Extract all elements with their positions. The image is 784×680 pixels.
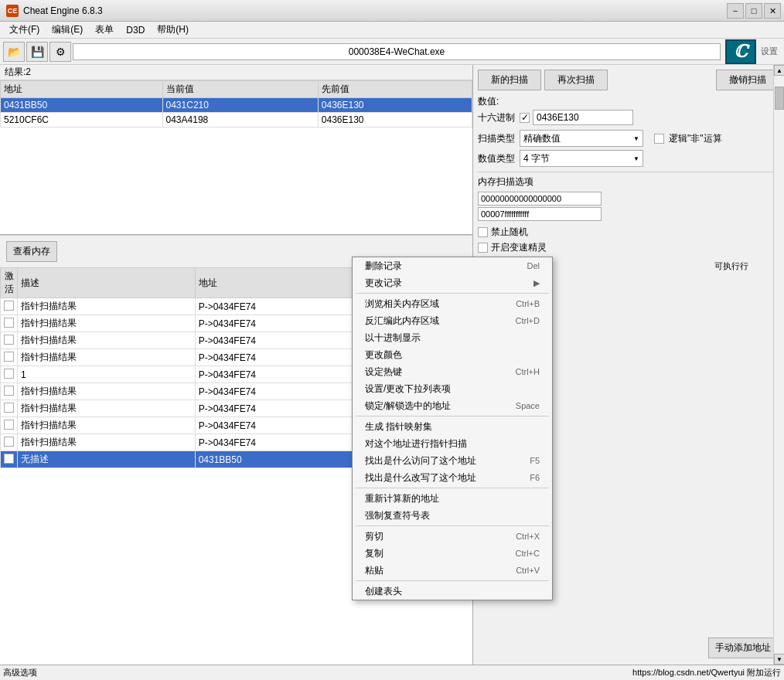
addr-active-2[interactable] bbox=[1, 332, 18, 349]
ctx-item-14[interactable]: 找出是什么改写了这个地址F6 bbox=[353, 469, 552, 486]
ctx-separator-18 bbox=[356, 525, 549, 526]
settings-label: 设置 bbox=[758, 46, 781, 57]
result-address-1: 5210CF6C bbox=[1, 113, 163, 128]
ctx-label-3: 浏览相关内存区域 bbox=[365, 298, 439, 311]
addr-desc-1: 指针扫描结果 bbox=[18, 315, 196, 332]
dropdown-arrow-icon: ▼ bbox=[633, 135, 639, 142]
addr-active-5[interactable] bbox=[1, 383, 18, 400]
result-row-0[interactable]: 0431BB50 0431C210 0436E130 bbox=[1, 98, 472, 113]
new-scan-button[interactable]: 新的扫描 bbox=[478, 70, 541, 90]
ctx-item-21[interactable]: 粘贴Ctrl+V bbox=[353, 562, 552, 579]
maximize-button[interactable]: □ bbox=[745, 3, 762, 19]
ctx-item-4[interactable]: 反汇编此内存区域Ctrl+D bbox=[353, 312, 552, 329]
ctx-item-9[interactable]: 锁定/解锁选中的地址Space bbox=[353, 397, 552, 414]
ctx-item-5[interactable]: 以十进制显示 bbox=[353, 329, 552, 346]
open-button[interactable]: 📂 bbox=[3, 42, 25, 62]
ctx-item-1[interactable]: 更改记录▶ bbox=[353, 274, 552, 291]
ce-logo[interactable]: ℂ bbox=[725, 39, 756, 64]
ctx-item-6[interactable]: 更改颜色 bbox=[353, 346, 552, 363]
option-speed-hack: 开启变速精灵 bbox=[478, 241, 779, 254]
addr-desc-2: 指针扫描结果 bbox=[18, 332, 196, 349]
search-results-area: 地址 当前值 先前值 0431BB50 0431C210 0436E130 52… bbox=[0, 80, 472, 235]
right-scrollbar[interactable]: ▲ ▼ bbox=[773, 65, 784, 665]
result-current-0: 0431C210 bbox=[162, 98, 318, 113]
addr-desc-5: 指针扫描结果 bbox=[18, 383, 196, 400]
ctx-label-9: 锁定/解锁选中的地址 bbox=[365, 400, 451, 413]
cancel-scan-button[interactable]: 撤销扫描 bbox=[716, 70, 779, 90]
result-row-1[interactable]: 5210CF6C 043A4198 0436E130 bbox=[1, 113, 472, 128]
ctx-item-8[interactable]: 设置/更改下拉列表项 bbox=[353, 380, 552, 397]
next-scan-button[interactable]: 再次扫描 bbox=[544, 70, 608, 90]
ctx-item-3[interactable]: 浏览相关内存区域Ctrl+B bbox=[353, 295, 552, 312]
close-button[interactable]: ✕ bbox=[764, 3, 781, 19]
ctx-item-19[interactable]: 剪切Ctrl+X bbox=[353, 528, 552, 545]
scroll-thumb[interactable] bbox=[775, 87, 784, 110]
addr-active-6[interactable] bbox=[1, 400, 18, 417]
menu-d3d[interactable]: D3D bbox=[120, 23, 151, 37]
addr-active-7[interactable] bbox=[1, 417, 18, 434]
addr-address-3: P->0434FE74 bbox=[195, 349, 377, 366]
scroll-up-arrow[interactable]: ▲ bbox=[774, 65, 784, 76]
ctx-label-12: 对这个地址进行指针扫描 bbox=[365, 437, 467, 450]
mem-start-input[interactable] bbox=[478, 192, 602, 206]
context-menu: 删除记录Del更改记录▶浏览相关内存区域Ctrl+B反汇编此内存区域Ctrl+D… bbox=[352, 257, 553, 600]
mem-range-section bbox=[478, 192, 779, 221]
title-bar: CE Cheat Engine 6.8.3 − □ ✕ bbox=[0, 0, 784, 22]
ctx-label-11: 生成 指针映射集 bbox=[365, 420, 432, 434]
menu-edit[interactable]: 编辑(E) bbox=[46, 22, 89, 38]
addr-active-4[interactable] bbox=[1, 366, 18, 383]
menu-help[interactable]: 帮助(H) bbox=[151, 22, 195, 38]
ctx-shortcut-3: Ctrl+B bbox=[516, 299, 540, 308]
scroll-down-arrow[interactable]: ▼ bbox=[774, 654, 784, 665]
data-type-dropdown[interactable]: 4 字节 ▼ bbox=[520, 150, 643, 167]
menu-file[interactable]: 文件(F) bbox=[3, 22, 46, 38]
menu-table[interactable]: 表单 bbox=[89, 22, 120, 38]
ctx-item-7[interactable]: 设定热键Ctrl+H bbox=[353, 363, 552, 380]
addr-active-1[interactable] bbox=[1, 315, 18, 332]
add-address-button[interactable]: 手动添加地址 bbox=[708, 638, 778, 658]
status-left[interactable]: 高级选项 bbox=[3, 667, 37, 678]
addr-desc-4: 1 bbox=[18, 366, 196, 383]
ctx-item-23[interactable]: 创建表头 bbox=[353, 583, 552, 600]
mem-end-input[interactable] bbox=[478, 207, 602, 221]
process-address-bar[interactable] bbox=[73, 43, 721, 60]
ctx-item-17[interactable]: 强制复查符号表 bbox=[353, 507, 552, 524]
ctx-item-12[interactable]: 对这个地址进行指针扫描 bbox=[353, 435, 552, 452]
ctx-label-14: 找出是什么改写了这个地址 bbox=[365, 471, 476, 484]
addr-active-0[interactable] bbox=[1, 298, 18, 315]
ctx-item-0[interactable]: 删除记录Del bbox=[353, 257, 552, 274]
main-window: CE Cheat Engine 6.8.3 − □ ✕ 文件(F) 编辑(E) … bbox=[0, 0, 784, 680]
data-type-value: 4 字节 bbox=[523, 152, 633, 165]
result-previous-1: 0436E130 bbox=[318, 113, 472, 128]
app-icon: CE bbox=[6, 5, 19, 17]
col-current: 当前值 bbox=[162, 81, 318, 98]
hex-value-input[interactable] bbox=[533, 110, 633, 125]
ctx-label-23: 创建表头 bbox=[365, 585, 402, 598]
addr-desc-6: 指针扫描结果 bbox=[18, 400, 196, 417]
addr-active-3[interactable] bbox=[1, 349, 18, 366]
speed-hack-label: 开启变速精灵 bbox=[491, 241, 547, 254]
content-area: 结果:2 地址 当前值 先前值 0431BB50 04 bbox=[0, 65, 784, 680]
executable-label: 可执行行 bbox=[714, 261, 748, 270]
col-desc: 描述 bbox=[18, 268, 196, 298]
ctx-shortcut-13: F5 bbox=[530, 456, 540, 465]
ctx-label-6: 更改颜色 bbox=[365, 348, 402, 362]
addr-address-1: P->0434FE74 bbox=[195, 315, 377, 332]
ctx-item-16[interactable]: 重新计算新的地址 bbox=[353, 490, 552, 507]
view-memory-button[interactable]: 查看内存 bbox=[6, 241, 57, 262]
minimize-button[interactable]: − bbox=[727, 3, 744, 19]
scan-type-dropdown[interactable]: 精确数值 ▼ bbox=[520, 130, 643, 147]
result-previous-0: 0436E130 bbox=[318, 98, 472, 113]
save-button[interactable]: 💾 bbox=[26, 42, 48, 62]
ctx-item-20[interactable]: 复制Ctrl+C bbox=[353, 545, 552, 562]
ctx-label-8: 设置/更改下拉列表项 bbox=[365, 382, 451, 396]
addr-active-9[interactable] bbox=[1, 451, 18, 468]
settings-button[interactable]: ⚙ bbox=[49, 42, 71, 62]
ctx-item-13[interactable]: 找出是什么访问了这个地址F5 bbox=[353, 452, 552, 469]
hex-checkbox[interactable]: ✓ bbox=[520, 113, 530, 123]
ctx-item-11[interactable]: 生成 指针映射集 bbox=[353, 418, 552, 435]
speed-hack-checkbox[interactable] bbox=[478, 243, 488, 253]
invert-checkbox[interactable] bbox=[654, 134, 664, 144]
addr-active-8[interactable] bbox=[1, 434, 18, 451]
no-random-checkbox[interactable] bbox=[478, 227, 488, 237]
